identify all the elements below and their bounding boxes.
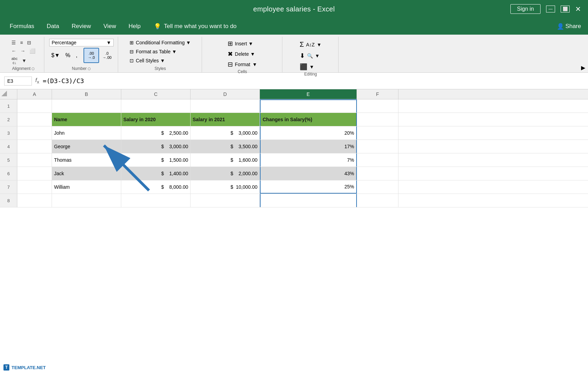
- wrap-text-btn[interactable]: ⬜: [28, 47, 37, 55]
- indent-left-btn[interactable]: ←: [10, 47, 18, 55]
- cells-content: ⊞ Insert ▼ ✖ Delete ▼ ⊟ Format ▼: [226, 37, 259, 69]
- align-center-btn[interactable]: ≡: [18, 39, 25, 46]
- format-as-table-btn[interactable]: ⊟ Format as Table ▼: [128, 48, 193, 55]
- cell-a8[interactable]: [17, 194, 52, 207]
- cell-d5[interactable]: $ 1,600.00: [191, 153, 260, 167]
- cell-f5[interactable]: [357, 153, 398, 167]
- col-header-a[interactable]: A: [17, 89, 52, 99]
- col-header-f[interactable]: F: [357, 89, 398, 99]
- cell-a1[interactable]: [17, 99, 52, 113]
- delete-btn[interactable]: ✖ Delete ▼: [226, 49, 257, 59]
- increase-decimal-btn[interactable]: .0→.00: [100, 50, 114, 61]
- cell-d3[interactable]: $ 3,000.00: [191, 126, 260, 140]
- minimize-icon[interactable]: —: [546, 6, 555, 12]
- indent-right-btn[interactable]: →: [19, 47, 27, 55]
- cell-b8[interactable]: [52, 194, 121, 207]
- cell-d8[interactable]: [191, 194, 260, 207]
- cell-c4[interactable]: $ 3,000.00: [121, 140, 191, 153]
- conditional-formatting-btn[interactable]: ⊞ Conditional Formatting ▼: [128, 39, 193, 46]
- cell-a3[interactable]: [17, 126, 52, 140]
- cell-b5[interactable]: Thomas: [52, 153, 121, 167]
- cell-b2[interactable]: Name: [52, 113, 121, 126]
- cell-c3[interactable]: $ 2,500.00: [121, 126, 191, 140]
- ribbon-expand-icon[interactable]: ▶: [581, 37, 585, 72]
- cell-c6[interactable]: $ 1,400.00: [121, 167, 191, 180]
- cell-f1[interactable]: [357, 99, 398, 113]
- spreadsheet: A B C D E F 1 2 Name Salary in 2020 Sala…: [0, 89, 588, 207]
- cell-c5[interactable]: $ 1,500.00: [121, 153, 191, 167]
- cell-c2[interactable]: Salary in 2020: [121, 113, 191, 126]
- cell-f6[interactable]: [357, 167, 398, 180]
- window-title: employee salaries - Excel: [253, 5, 335, 13]
- ribbon-group-editing: Σ A↕Z ▼ ⬇ 🔍 ▼ ⬛ ▼ Editing: [283, 37, 339, 72]
- merge-btn[interactable]: abcc↓: [10, 55, 19, 66]
- close-icon[interactable]: ✕: [575, 5, 581, 13]
- number-row2: $▼ % , .00→.0 .0→.00: [49, 48, 114, 63]
- cell-a6[interactable]: [17, 167, 52, 180]
- align-right-btn[interactable]: ⊟: [25, 39, 33, 46]
- name-box[interactable]: [4, 77, 32, 86]
- cell-styles-btn[interactable]: ⊡ Cell Styles ▼: [128, 57, 193, 64]
- format-btn[interactable]: ⊟ Format ▼: [226, 60, 259, 69]
- cell-b7[interactable]: William: [52, 180, 121, 194]
- cell-e5[interactable]: 7%: [260, 153, 357, 167]
- col-header-e[interactable]: E: [260, 89, 357, 99]
- maximize-icon[interactable]: ⬜: [561, 6, 570, 12]
- cell-a5[interactable]: [17, 153, 52, 167]
- cell-a4[interactable]: [17, 140, 52, 153]
- cell-b1[interactable]: [52, 99, 121, 113]
- cell-d6[interactable]: $ 2,000.00: [191, 167, 260, 180]
- menu-view[interactable]: View: [97, 20, 123, 33]
- cell-d7[interactable]: $ 10,000.00: [191, 180, 260, 194]
- insert-btn[interactable]: ⊞ Insert ▼: [226, 39, 255, 48]
- select-all-icon[interactable]: [1, 91, 7, 96]
- col-header-b[interactable]: B: [52, 89, 121, 99]
- cell-c7[interactable]: $ 8,000.00: [121, 180, 191, 194]
- cell-b3[interactable]: John: [52, 126, 121, 140]
- cell-d2[interactable]: Salary in 2021: [191, 113, 260, 126]
- number-format-dropdown[interactable]: Percentage ▼: [49, 39, 114, 46]
- cell-b4[interactable]: George: [52, 140, 121, 153]
- currency-btn[interactable]: $▼: [49, 51, 62, 60]
- menu-review[interactable]: Review: [65, 20, 97, 33]
- cell-f2[interactable]: [357, 113, 398, 126]
- percent-btn[interactable]: %: [63, 51, 72, 60]
- tell-me-area[interactable]: 💡 Tell me what you want to do: [154, 23, 237, 30]
- cell-b6[interactable]: Jack: [52, 167, 121, 180]
- cell-f7[interactable]: [357, 180, 398, 194]
- autosum-btn[interactable]: Σ A↕Z ▼: [298, 39, 324, 50]
- menu-data[interactable]: Data: [41, 20, 65, 33]
- share-button[interactable]: 👤 Share: [557, 23, 581, 30]
- cell-e3[interactable]: 20%: [260, 126, 357, 140]
- cell-f8[interactable]: [357, 194, 398, 207]
- clear-btn[interactable]: ⬛ ▼: [298, 62, 324, 72]
- decrease-decimal-btn[interactable]: .00→.0: [84, 48, 99, 63]
- menu-formulas[interactable]: Formulas: [3, 20, 41, 33]
- col-header-c[interactable]: C: [121, 89, 191, 99]
- table-row: 1: [0, 99, 588, 113]
- col-header-d[interactable]: D: [191, 89, 260, 99]
- cell-c8[interactable]: [121, 194, 191, 207]
- menu-help[interactable]: Help: [122, 20, 147, 33]
- search-icon: 🔍: [307, 53, 313, 59]
- cell-e1[interactable]: [260, 99, 357, 113]
- cell-c1[interactable]: [121, 99, 191, 113]
- cell-f4[interactable]: [357, 140, 398, 153]
- comma-btn[interactable]: ,: [74, 51, 79, 60]
- merge-dropdown[interactable]: ▼: [20, 55, 28, 66]
- cell-e2[interactable]: Changes in Salary(%): [260, 113, 357, 126]
- cell-e6[interactable]: 43%: [260, 167, 357, 180]
- insert-col: ⊞ Insert ▼ ✖ Delete ▼ ⊟ Format ▼: [226, 39, 259, 69]
- cell-e7[interactable]: 25%: [260, 180, 357, 194]
- cell-e8[interactable]: [260, 194, 357, 207]
- cell-d4[interactable]: $ 3,500.00: [191, 140, 260, 153]
- sign-in-button[interactable]: Sign in: [510, 4, 541, 14]
- cell-e4[interactable]: 17%: [260, 140, 357, 153]
- cell-d1[interactable]: [191, 99, 260, 113]
- cell-f3[interactable]: [357, 126, 398, 140]
- cell-a7[interactable]: [17, 180, 52, 194]
- align-left-btn[interactable]: ☰: [10, 39, 18, 46]
- insert-icon: ⊞: [228, 40, 233, 47]
- cell-a2[interactable]: [17, 113, 52, 126]
- fill-btn[interactable]: ⬇ 🔍 ▼: [298, 51, 324, 61]
